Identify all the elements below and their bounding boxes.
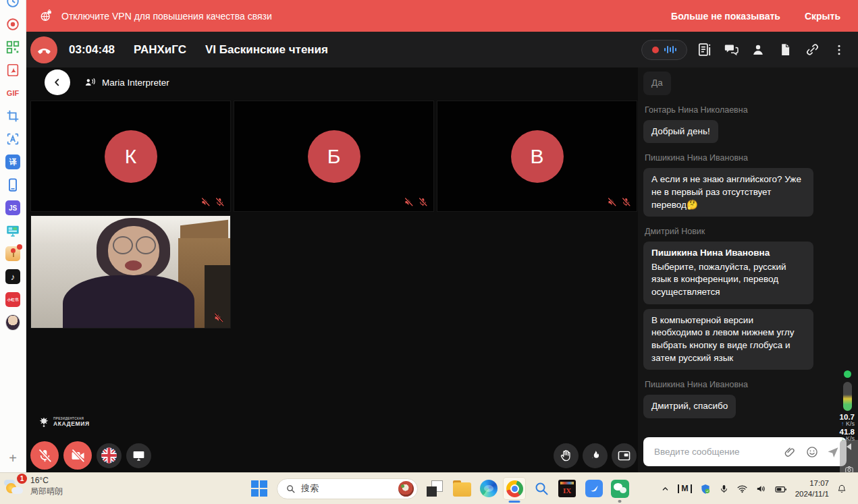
task-view-button[interactable] [423, 477, 446, 500]
tiktok-icon[interactable]: ♪ [5, 269, 20, 284]
back-button[interactable] [45, 69, 70, 95]
copy-link-button[interactable] [802, 40, 822, 60]
bell-icon[interactable] [836, 484, 847, 495]
interpreter-icon [84, 76, 97, 89]
bird-app-button[interactable] [583, 477, 606, 500]
xiaohongshu-icon[interactable]: 小红书 [5, 292, 20, 307]
chat-sender-name: Дмитрий Новик [645, 227, 850, 236]
gif-icon[interactable]: GIF [5, 86, 20, 101]
ime-icon[interactable]: М [678, 484, 691, 493]
screen-share-button[interactable] [126, 443, 151, 468]
translate-icon[interactable]: 译 [5, 155, 20, 169]
battery-icon[interactable] [774, 482, 788, 496]
emoji-icon[interactable] [805, 445, 819, 459]
message-input[interactable] [653, 446, 783, 457]
files-button[interactable] [775, 40, 795, 60]
mic-off-icon [418, 197, 428, 207]
chat-sender-name: Гонтарь Нина Николаевна [645, 105, 850, 115]
ocr-icon[interactable] [5, 132, 20, 146]
organization-label: РАНХиГС [134, 43, 186, 57]
collapse-arrow-icon [847, 443, 851, 450]
screen: GIF译JS♪小红书+ Отключите VPN для повышения … [0, 0, 858, 504]
conference-header: 03:04:48 РАНХиГС VI Баскинские чтения [26, 32, 858, 67]
vpn-globe-icon [39, 9, 53, 23]
participant-avatar: Б [308, 130, 360, 183]
defender-icon[interactable] [699, 483, 712, 495]
mic-toggle-button[interactable] [30, 441, 59, 470]
participant-avatar: К [105, 130, 157, 183]
search-highlight-image [398, 481, 414, 497]
search-app-button[interactable] [530, 477, 553, 500]
recording-indicator[interactable] [641, 40, 687, 60]
raise-hand-button[interactable] [554, 443, 579, 468]
chat-message-bubble: А если я не знаю английского? Уже не в п… [643, 168, 813, 217]
volume-icon[interactable] [755, 483, 767, 495]
clock-icon[interactable] [5, 0, 20, 9]
more-menu-button[interactable] [829, 40, 849, 60]
more-icon [832, 43, 846, 57]
windows-start-button[interactable] [251, 480, 267, 497]
edge-button[interactable] [477, 477, 500, 500]
pip-button[interactable] [612, 443, 637, 468]
record-icon[interactable] [5, 17, 20, 32]
language-channel-button[interactable] [97, 443, 122, 468]
send-icon[interactable] [826, 445, 840, 459]
add-tool-button[interactable]: + [5, 451, 20, 466]
participant-tile[interactable]: К [31, 101, 230, 211]
watermark-line2: АКАДЕМИЯ [53, 421, 90, 428]
pdf-icon[interactable] [5, 63, 20, 78]
monitor-icon[interactable] [5, 223, 20, 238]
mic-off-icon [621, 197, 631, 207]
participant-tile[interactable]: В [437, 101, 637, 211]
participant-tile[interactable]: Б [234, 101, 433, 211]
back-icon [51, 76, 64, 89]
notes-icon [697, 42, 712, 57]
attach-icon[interactable] [783, 445, 797, 459]
weather-condition: 局部晴朗 [30, 486, 63, 497]
game-app-button[interactable]: IX [556, 477, 579, 500]
end-call-icon [36, 42, 52, 57]
file-explorer-button[interactable] [450, 477, 473, 500]
sound-off-icon [404, 197, 414, 207]
network-stats: 10.7 ↑ K/s 41.8 ↓ K/s [840, 413, 855, 442]
hide-banner-button[interactable]: Скрыть [805, 11, 840, 22]
task-view-icon [427, 480, 443, 497]
webcam-person-body [63, 275, 194, 328]
tray-mic-icon[interactable] [719, 484, 729, 494]
dont-show-again-button[interactable]: Больше не показывать [671, 11, 780, 22]
taskbar-search-box[interactable]: 搜索 [277, 478, 418, 499]
qr-code-icon[interactable] [5, 40, 20, 55]
interpreter-channel[interactable]: Maria Interpreter [84, 76, 169, 89]
game-icon: IX [558, 480, 576, 497]
record-dot-icon [652, 47, 659, 53]
camera-toggle-button[interactable] [63, 441, 92, 470]
reactions-button[interactable] [583, 443, 608, 468]
participants-button[interactable] [748, 40, 768, 60]
vpn-banner-text: Отключите VPN для повышения качества свя… [61, 11, 272, 22]
participant-avatar: В [511, 130, 564, 183]
mobile-icon[interactable] [5, 177, 20, 192]
chat-sender-name: Пишикина Нина Ивановна [645, 380, 850, 389]
sound-off-icon [213, 312, 224, 323]
chrome-button[interactable] [503, 477, 526, 500]
webcam-video-tile[interactable] [31, 216, 230, 328]
chat-button[interactable] [721, 40, 741, 60]
end-call-button[interactable] [30, 36, 57, 63]
profile-avatar[interactable] [5, 315, 20, 330]
wifi-icon[interactable] [736, 483, 748, 495]
reactions-icon [589, 449, 602, 463]
tray-chevron-icon[interactable] [660, 484, 670, 494]
notes-button[interactable] [694, 40, 714, 60]
chat-icon [724, 42, 739, 57]
explorer-icon [453, 482, 471, 497]
tray-clock[interactable]: 17:07 2024/11/1 [795, 478, 829, 499]
weather-widget[interactable]: 1 16°C 局部晴朗 [4, 476, 63, 497]
raise-hand-icon [559, 449, 573, 463]
search-icon [286, 484, 296, 494]
message-text: Дмитрий, спасибо [651, 400, 728, 413]
signal-level-indicator [843, 382, 852, 411]
joystick-icon[interactable] [5, 246, 20, 261]
wechat-button[interactable] [608, 477, 631, 500]
js-icon[interactable]: JS [5, 200, 20, 215]
crop-icon[interactable] [5, 109, 20, 123]
